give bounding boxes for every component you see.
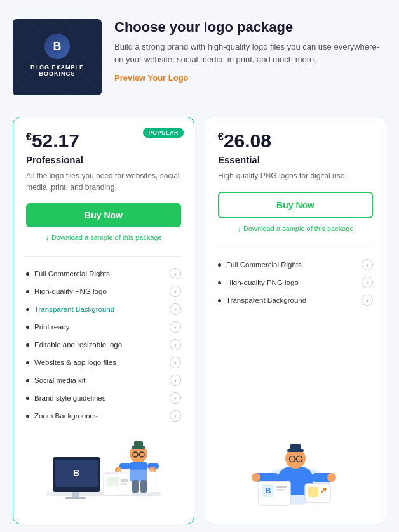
brand-name-text: BLOG EXAMPLE BOOKINGS — [13, 64, 102, 77]
essential-name: Essential — [218, 154, 373, 165]
professional-name: Professional — [26, 154, 181, 165]
bullet-icon — [26, 326, 29, 329]
bullet-icon — [26, 290, 29, 293]
feature-item: High-quality PNG logo — [26, 283, 181, 300]
currency-symbol: € — [218, 131, 224, 142]
info-icon[interactable] — [170, 286, 181, 297]
preview-logo-link[interactable]: Preview Your Logo — [114, 73, 189, 83]
professional-desc: All the logo files you need for websites… — [26, 170, 181, 193]
bullet-icon — [26, 272, 29, 276]
popular-badge: POPULAR — [143, 128, 184, 138]
svg-rect-39 — [276, 486, 287, 488]
essential-illustration-svg: B ↗ — [245, 438, 346, 511]
feature-item: Social media kit — [26, 371, 181, 389]
feature-item: Full Commercial Rights — [218, 256, 373, 274]
svg-rect-12 — [134, 441, 143, 448]
logo-preview-image: BLOG EXAMPLE BOOKINGS — ——— ———— ———— — [13, 19, 102, 95]
essential-price: €26.08 — [218, 130, 373, 152]
info-icon[interactable] — [170, 410, 181, 422]
feature-item: Brand style guidelines — [26, 389, 181, 407]
svg-rect-23 — [118, 470, 154, 494]
svg-text:↗: ↗ — [320, 485, 327, 495]
essential-features-list: Full Commercial Rights High-quality PNG … — [218, 256, 373, 425]
essential-desc: High-quality PNG logos for digital use. — [218, 170, 373, 182]
svg-rect-28 — [290, 444, 301, 451]
page-title: Choose your logo package — [114, 19, 386, 36]
info-icon[interactable] — [170, 321, 181, 333]
info-icon[interactable] — [170, 268, 181, 279]
bullet-icon — [26, 415, 29, 418]
bullet-icon — [218, 299, 221, 302]
brand-sub-text: — ——— ———— ———— — [13, 77, 102, 81]
feature-item: Websites & app logo files — [26, 354, 181, 371]
bullet-icon — [26, 397, 29, 400]
package-card-essential: €26.08 Essential High-quality PNG logos … — [205, 117, 386, 524]
currency-symbol: € — [26, 131, 32, 142]
bullet-icon — [26, 361, 29, 364]
svg-rect-40 — [276, 489, 284, 491]
bullet-icon — [218, 263, 221, 267]
svg-rect-5 — [65, 497, 86, 499]
svg-rect-42 — [308, 487, 318, 497]
svg-text:B: B — [266, 486, 271, 495]
essential-buy-button[interactable]: Buy Now — [218, 192, 373, 218]
bullet-icon — [26, 308, 29, 311]
download-icon: ↓ — [237, 225, 241, 232]
feature-item: Transparent Background — [218, 291, 373, 309]
package-card-professional: POPULAR €52.17 Professional All the logo… — [13, 117, 194, 524]
pro-illustration-svg: B — [40, 438, 167, 511]
features-divider — [26, 256, 181, 257]
feature-item: Editable and resizable logo — [26, 336, 181, 354]
page-header: BLOG EXAMPLE BOOKINGS — ——— ———— ———— Ch… — [13, 13, 386, 102]
download-icon: ↓ — [45, 234, 49, 241]
info-icon[interactable] — [362, 277, 373, 288]
info-icon[interactable] — [170, 392, 181, 404]
bullet-icon — [218, 281, 221, 284]
header-description: Build a strong brand with high-quality l… — [114, 41, 386, 65]
info-icon[interactable] — [170, 339, 181, 350]
info-icon[interactable] — [170, 303, 181, 315]
features-divider — [218, 248, 373, 248]
info-icon[interactable] — [170, 357, 181, 368]
svg-point-35 — [327, 473, 336, 482]
packages-grid: POPULAR €52.17 Professional All the logo… — [13, 117, 386, 524]
professional-features-list: Full Commercial Rights High-quality PNG … — [26, 265, 181, 425]
professional-illustration: B — [26, 435, 181, 511]
essential-download-link[interactable]: ↓ Download a sample of this package — [218, 225, 373, 232]
feature-item: Zoom Backgrounds — [26, 407, 181, 425]
info-icon[interactable] — [170, 375, 181, 386]
info-icon[interactable] — [362, 295, 373, 306]
professional-buy-button[interactable]: Buy Now — [26, 203, 181, 227]
svg-rect-4 — [72, 492, 79, 497]
bullet-icon — [26, 343, 29, 347]
bullet-icon — [26, 379, 29, 382]
feature-item: Transparent Background — [26, 300, 181, 318]
info-icon[interactable] — [362, 259, 373, 270]
feature-item: Full Commercial Rights — [26, 265, 181, 283]
professional-download-link[interactable]: ↓ Download a sample of this package — [26, 234, 181, 241]
essential-illustration: B ↗ — [218, 435, 373, 511]
svg-rect-17 — [119, 463, 131, 469]
svg-text:B: B — [73, 468, 79, 478]
feature-item: High-quality PNG logo — [218, 274, 373, 291]
feature-item: Print ready — [26, 318, 181, 336]
header-content: Choose your logo package Build a strong … — [114, 19, 386, 83]
svg-point-33 — [252, 473, 260, 482]
